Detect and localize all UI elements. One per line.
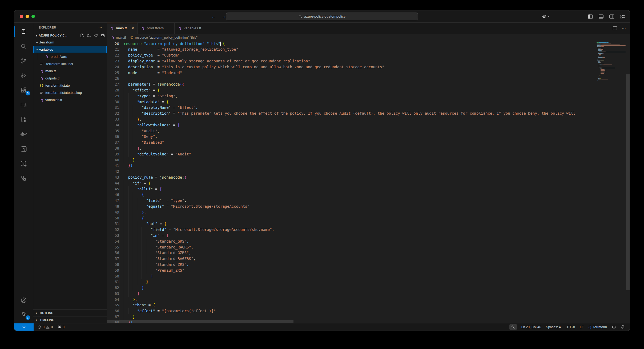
terraform-icon: [20, 146, 27, 153]
split-editor-icon[interactable]: [613, 26, 617, 31]
line-number: 41: [107, 163, 119, 169]
tab-main-tf[interactable]: main.tf✕: [107, 23, 138, 34]
horizontal-scrollbar[interactable]: [107, 320, 293, 323]
activity-docker[interactable]: [14, 127, 33, 142]
code-line-62: 62 }: [107, 285, 596, 291]
indent-guide: [124, 122, 124, 128]
indent-guide: [142, 233, 142, 239]
settings-button[interactable]: 1: [14, 307, 33, 322]
command-center-search[interactable]: azure-policy-custompolicy: [226, 13, 418, 20]
terraform-file-icon: [110, 26, 114, 30]
explorer-more-actions-icon[interactable]: ⋯: [98, 25, 102, 30]
indentation[interactable]: Spaces: 4: [544, 325, 563, 329]
indent-guide: [128, 210, 128, 215]
terraform-file-icon: [40, 98, 44, 102]
indent-guide: [119, 58, 119, 64]
zoom-window-button[interactable]: [31, 15, 35, 18]
traffic-lights: [20, 15, 35, 18]
minimize-window-button[interactable]: [26, 15, 29, 18]
tab-variables-tf[interactable]: variables.tf✕: [175, 23, 212, 34]
activity-remote-explorer[interactable]: [14, 98, 33, 112]
code-line-36: 36 "Deny",: [107, 134, 596, 140]
vertical-scrollbar[interactable]: [626, 74, 630, 290]
tab-prod-tfvars[interactable]: prod.tfvars✕: [138, 23, 175, 34]
copilot-menu[interactable]: [542, 14, 550, 19]
eol-sequence[interactable]: LF: [577, 325, 586, 329]
indent-guide: [137, 256, 137, 262]
remote-indicator[interactable]: [14, 323, 34, 331]
activity-search[interactable]: [14, 39, 33, 54]
activity-source-control[interactable]: [14, 54, 33, 68]
account-button[interactable]: [14, 293, 33, 307]
workspace-root-row[interactable]: ▾ AZURE-POLICY-C...: [33, 32, 107, 39]
line-content: "Standard_RAGZRS",: [119, 256, 196, 262]
indent-guide: [119, 297, 119, 303]
radio-tower-icon: [58, 325, 61, 329]
code-line-66: 66 "effect" = "[parameters('effect')]": [107, 308, 596, 314]
refresh-icon[interactable]: [94, 33, 98, 38]
line-number: 61: [107, 279, 119, 285]
minimap[interactable]: [596, 41, 626, 323]
tree-item--terraform[interactable]: ▸.terraform: [33, 39, 107, 46]
toggle-panel-icon[interactable]: [598, 14, 604, 19]
search-icon: [299, 15, 302, 18]
activity-explorer[interactable]: [14, 24, 33, 39]
cursor-position[interactable]: Ln 20, Col 46: [519, 325, 544, 329]
code-line-61: 61 }: [107, 279, 596, 285]
extensions-badge: 3: [26, 91, 30, 95]
close-window-button[interactable]: [20, 15, 23, 18]
indent-guide: [124, 239, 124, 244]
indent-guide: [124, 268, 124, 274]
outline-section[interactable]: ▸ OUTLINE: [33, 309, 107, 316]
code-editor[interactable]: 20resource "azurerm_policy_definition" "…: [107, 41, 596, 323]
tree-item-variables-tf[interactable]: variables.tf: [33, 96, 107, 103]
line-content: name = "allowed_storage_replication_type…: [119, 47, 238, 53]
navigate-back-icon[interactable]: ←: [211, 14, 216, 19]
new-folder-icon[interactable]: [87, 33, 91, 38]
tree-item-main-tf[interactable]: main.tf: [33, 67, 107, 75]
indent-guide: [124, 186, 124, 192]
encoding[interactable]: UTF-8: [563, 325, 577, 329]
customize-layout-icon[interactable]: [620, 14, 625, 19]
tree-item-outputs-tf[interactable]: outputs.tf: [33, 75, 107, 82]
activity-terraform[interactable]: [14, 142, 33, 156]
copilot-status[interactable]: [609, 325, 618, 329]
line-content: "if" = {: [119, 180, 151, 186]
indent-guide: [124, 128, 124, 134]
activity-run-debug[interactable]: [14, 68, 33, 83]
title-bar: ← → azure-policy-custompolicy: [14, 10, 630, 23]
indent-guide: [128, 93, 128, 99]
close-tab-icon[interactable]: ✕: [131, 26, 134, 30]
language-mode[interactable]: { } Terraform: [586, 325, 609, 329]
breadcrumb-file[interactable]: main.tf: [116, 36, 126, 39]
indent-guide: [119, 70, 119, 76]
editor-more-actions-icon[interactable]: ⋯: [622, 26, 626, 31]
notifications[interactable]: [618, 325, 627, 329]
ports-indicator[interactable]: 0: [55, 325, 67, 329]
toggle-secondary-sidebar-icon[interactable]: [609, 14, 614, 19]
indent-guide: [119, 250, 119, 256]
tree-item-terraform-tfstate-backup[interactable]: terraform.tfstate.backup: [33, 89, 107, 96]
activity-terraform-cloud[interactable]: [14, 156, 33, 171]
tree-item--terraform-lock-hcl[interactable]: .terraform.lock.hcl: [33, 60, 107, 67]
indent-guide: [119, 122, 119, 128]
problems-indicator[interactable]: 0 0: [35, 325, 55, 329]
timeline-section[interactable]: ▸ TIMELINE: [33, 316, 107, 323]
text-file-icon: [40, 62, 43, 66]
activity-extensions[interactable]: 3: [14, 83, 33, 98]
line-content: "not" = {: [119, 221, 166, 227]
tree-item-variables[interactable]: ▾variables: [33, 46, 107, 53]
zoom-status[interactable]: [509, 324, 517, 330]
tree-item-terraform-tfstate[interactable]: {}terraform.tfstate: [33, 82, 107, 89]
new-file-icon[interactable]: [80, 33, 84, 38]
activity-infra-tools[interactable]: [14, 112, 33, 127]
activity-containers[interactable]: [14, 171, 33, 186]
line-content: },: [119, 117, 142, 122]
collapse-all-icon[interactable]: [101, 33, 105, 38]
indent-guide: [119, 117, 119, 122]
breadcrumb-symbol[interactable]: resource "azurerm_policy_definition" "th…: [135, 36, 198, 39]
indent-guide: [128, 204, 128, 210]
tree-item-prod-tfvars[interactable]: prod.tfvars: [33, 53, 107, 60]
navigate-forward-icon[interactable]: →: [222, 14, 226, 19]
toggle-primary-sidebar-icon[interactable]: [588, 14, 593, 19]
